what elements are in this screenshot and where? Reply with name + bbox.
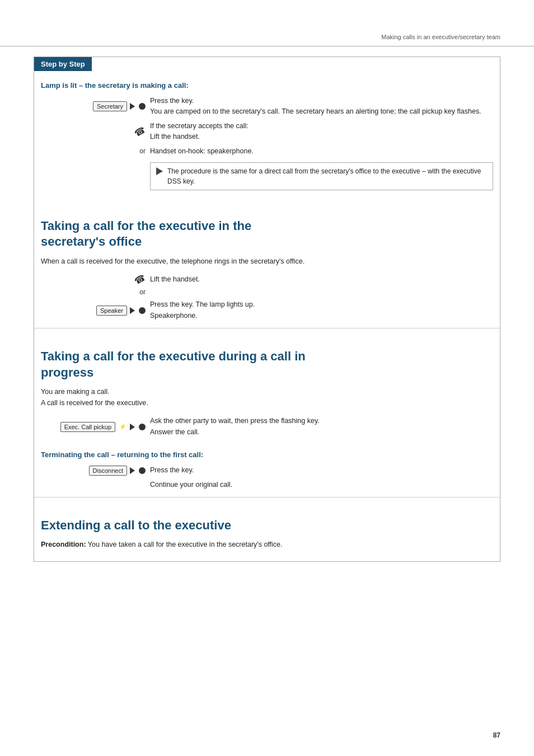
exec-pickup-arrow-icon xyxy=(130,424,135,430)
note-left-spacer xyxy=(41,160,150,192)
taking-call-title-wrapper: Taking a call for the executive in the s… xyxy=(34,198,500,273)
exec-pickup-text: Ask the other party to wait, then press … xyxy=(150,416,493,438)
note-box-wrapper: The procedure is the same for a direct c… xyxy=(150,160,493,192)
secretary-key-row: Secretary Press the key. You are camped … xyxy=(34,94,500,119)
exec-pickup-row: Exec. Call pickup ⚡ Ask the other party … xyxy=(34,414,500,439)
exec-pickup-key-with-dot: Exec. Call pickup ⚡ xyxy=(60,422,146,432)
speaker-key-text: Press the key. The lamp lights up. Speak… xyxy=(150,299,493,321)
step-by-step-header: Step by Step xyxy=(34,57,92,71)
precondition-label: Precondition: xyxy=(41,541,86,548)
speaker-arrow-right-icon xyxy=(130,307,135,314)
arrow-right-icon xyxy=(130,103,135,110)
page-number: 87 xyxy=(493,731,500,739)
lift-handset-icon: ☎ xyxy=(133,273,148,287)
exec-pickup-key-btn[interactable]: Exec. Call pickup xyxy=(60,422,115,432)
lightning-icon: ⚡ xyxy=(119,424,126,430)
extending-title: Extending a call to the executive xyxy=(41,518,493,534)
taking-call-title: Taking a call for the executive in the s… xyxy=(41,218,493,250)
disconnect-key-btn[interactable]: Disconnect xyxy=(89,466,127,476)
main-content: Step by Step Lamp is lit – the secretary… xyxy=(0,57,534,595)
taking-call-body: When a call is received for the executiv… xyxy=(41,256,493,267)
disconnect-dot-icon xyxy=(139,467,146,474)
handset-row-1: ☎ If the secretary accepts the call: Lif… xyxy=(34,119,500,144)
or-text-1: Handset on-hook: speakerphone. xyxy=(150,146,493,157)
header-title: Making calls in an executive/secretary t… xyxy=(381,34,500,40)
lift-handset-text: Lift the handset. xyxy=(150,274,493,285)
or-label-2: or xyxy=(139,288,146,296)
secretary-key-btn[interactable]: Secretary xyxy=(93,101,127,111)
speaker-key-row: Speaker Press the key. The lamp lights u… xyxy=(34,298,500,328)
taking-progress-title-wrapper: Taking a call for the executive during a… xyxy=(34,328,500,414)
continue-row: Continue your original call. xyxy=(34,478,500,497)
handset-row-1-text: If the secretary accepts the call: Lift … xyxy=(150,121,493,143)
disconnect-text: Press the key. xyxy=(150,465,493,476)
exec-pickup-left: Exec. Call pickup ⚡ xyxy=(41,416,150,438)
speaker-key-btn[interactable]: Speaker xyxy=(96,306,127,316)
note-row: The procedure is the same for a direct c… xyxy=(34,158,500,198)
or-label-left-2: or xyxy=(41,288,150,296)
extending-precondition: Precondition: You have taken a call for … xyxy=(41,539,493,550)
extending-section-wrapper: Extending a call to the executive Precon… xyxy=(34,497,500,562)
precondition-text: You have taken a call for the executive … xyxy=(88,541,283,548)
note-box: The procedure is the same for a direct c… xyxy=(150,162,493,190)
note-arrow-icon xyxy=(156,167,163,175)
speaker-key-left: Speaker xyxy=(41,299,150,321)
continue-text: Continue your original call. xyxy=(150,480,493,490)
speaker-key-with-dot: Speaker xyxy=(96,306,146,316)
step-by-step-box: Step by Step Lamp is lit – the secretary… xyxy=(34,57,500,562)
lift-handset-icon-left: ☎ xyxy=(41,274,150,285)
disconnect-arrow-icon xyxy=(130,467,135,474)
handset-icon: ☎ xyxy=(133,124,148,139)
disconnect-row: Disconnect Press the key. xyxy=(34,463,500,477)
secretary-key-with-dot: Secretary xyxy=(93,101,146,111)
terminating-heading: Terminating the call – returning to the … xyxy=(41,450,493,459)
terminating-heading-wrapper: Terminating the call – returning to the … xyxy=(34,439,500,463)
speaker-dot-circle-icon xyxy=(139,307,146,314)
or-label-left-1: or xyxy=(41,146,150,157)
secretary-key-left: Secretary xyxy=(41,96,150,118)
lamp-heading: Lamp is lit – the secretary is making a … xyxy=(41,81,493,90)
lift-handset-row: ☎ Lift the handset. xyxy=(34,273,500,287)
taking-progress-body: You are making a call. A call is receive… xyxy=(41,386,493,408)
or-spacer-2 xyxy=(150,288,493,296)
exec-pickup-dot-icon xyxy=(139,424,146,430)
note-text: The procedure is the same for a direct c… xyxy=(167,166,487,186)
step-by-step-body: Lamp is lit – the secretary is making a … xyxy=(34,71,500,561)
page-header: Making calls in an executive/secretary t… xyxy=(0,0,534,46)
lamp-heading-row: Lamp is lit – the secretary is making a … xyxy=(34,71,500,94)
disconnect-key-with-dot: Disconnect xyxy=(89,466,146,476)
taking-progress-title: Taking a call for the executive during a… xyxy=(41,349,493,381)
handset-icon-left: ☎ xyxy=(41,121,150,143)
or-row-2: or xyxy=(34,287,500,298)
or-row-1: or Handset on-hook: speakerphone. xyxy=(34,144,500,158)
or-label-1: or xyxy=(139,147,146,155)
secretary-key-text: Press the key. You are camped on to the … xyxy=(150,96,493,118)
continue-left-spacer xyxy=(41,480,150,490)
dot-circle-icon xyxy=(139,103,146,110)
disconnect-key-left: Disconnect xyxy=(41,465,150,476)
